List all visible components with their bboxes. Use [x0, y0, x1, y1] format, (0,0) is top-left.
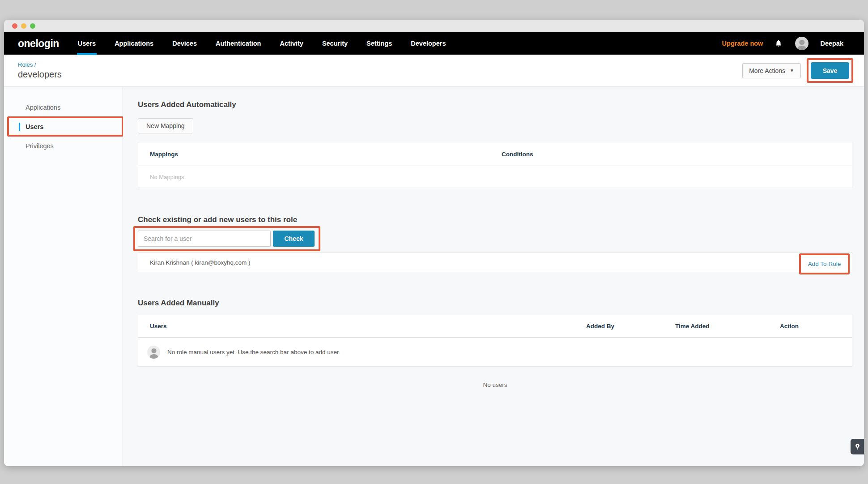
sidebar-item-applications[interactable]: Applications — [4, 98, 123, 117]
page-title: developers — [18, 69, 62, 80]
manual-users-table: Users Added By Time Added Action No role… — [138, 315, 852, 367]
search-result-row: Kiran Krishnan ( kiran@boxyhq.com ) Add … — [138, 253, 852, 272]
user-name[interactable]: Deepak — [820, 40, 843, 47]
page-header: Roles / developers More Actions ▼ Save — [4, 55, 864, 87]
nav-tab-security[interactable]: Security — [322, 32, 348, 55]
check-section-heading: Check existing or add new users to this … — [138, 215, 852, 224]
col-header-conditions: Conditions — [502, 151, 852, 158]
no-users-text: No users — [138, 381, 852, 388]
nav-tab-applications[interactable]: Applications — [115, 32, 153, 55]
onelogin-logo: onelogin — [18, 38, 59, 50]
lightbulb-icon — [855, 443, 860, 450]
nav-tab-authentication[interactable]: Authentication — [216, 32, 261, 55]
help-lightbulb-tab[interactable] — [851, 439, 864, 454]
save-button[interactable]: Save — [811, 62, 849, 79]
main-panel: Users Added Automatically New Mapping Ma… — [123, 87, 864, 466]
active-indicator-bar — [19, 123, 20, 131]
chevron-down-icon: ▼ — [790, 68, 794, 73]
top-navbar: onelogin Users Applications Devices Auth… — [4, 32, 864, 55]
mappings-table: Mappings Conditions No Mappings. — [138, 142, 852, 188]
mappings-empty-text: No Mappings. — [138, 166, 852, 188]
maximize-window-button[interactable] — [30, 23, 35, 29]
empty-user-avatar-icon — [147, 346, 160, 359]
more-actions-label: More Actions — [749, 67, 785, 74]
search-annotation-box: Check — [133, 226, 320, 251]
user-avatar[interactable] — [795, 37, 808, 50]
sidebar-item-users[interactable]: Users — [4, 117, 123, 136]
nav-tab-settings[interactable]: Settings — [366, 32, 392, 55]
auto-section-heading: Users Added Automatically — [138, 100, 852, 109]
col-header-action: Action — [780, 323, 852, 330]
manual-section-heading: Users Added Manually — [138, 299, 852, 308]
add-to-role-link[interactable]: Add To Role — [808, 261, 841, 267]
sidebar-item-label: Users — [26, 123, 43, 130]
search-result-user: Kiran Krishnan ( kiran@boxyhq.com ) — [150, 259, 251, 266]
nav-tab-devices[interactable]: Devices — [172, 32, 197, 55]
minimize-window-button[interactable] — [21, 23, 26, 29]
primary-nav: Users Applications Devices Authenticatio… — [78, 32, 446, 55]
col-header-mappings: Mappings — [150, 151, 502, 158]
add-to-role-annotation-box: Add To Role — [799, 253, 850, 274]
sidebar-item-privileges[interactable]: Privileges — [4, 136, 123, 155]
nav-tab-activity[interactable]: Activity — [280, 32, 303, 55]
close-window-button[interactable] — [12, 23, 17, 29]
sidebar-item-label: Privileges — [26, 142, 54, 150]
more-actions-button[interactable]: More Actions ▼ — [742, 63, 801, 78]
col-header-added-by: Added By — [586, 323, 675, 330]
new-mapping-button[interactable]: New Mapping — [138, 118, 193, 133]
app-window: onelogin Users Applications Devices Auth… — [4, 20, 864, 466]
role-sidebar: Applications Users Privileges — [4, 87, 123, 466]
nav-tab-developers[interactable]: Developers — [411, 32, 446, 55]
upgrade-now-link[interactable]: Upgrade now — [722, 40, 763, 47]
window-titlebar — [4, 20, 864, 32]
breadcrumb-roles-link[interactable]: Roles / — [18, 61, 62, 68]
sidebar-item-label: Applications — [26, 104, 60, 111]
check-button[interactable]: Check — [273, 231, 315, 247]
user-search-input[interactable] — [138, 231, 271, 247]
notifications-bell-icon[interactable] — [774, 39, 783, 48]
manual-users-empty-text: No role manual users yet. Use the search… — [167, 349, 339, 356]
col-header-time-added: Time Added — [675, 323, 780, 330]
col-header-users: Users — [150, 323, 586, 330]
nav-tab-users[interactable]: Users — [78, 32, 96, 55]
